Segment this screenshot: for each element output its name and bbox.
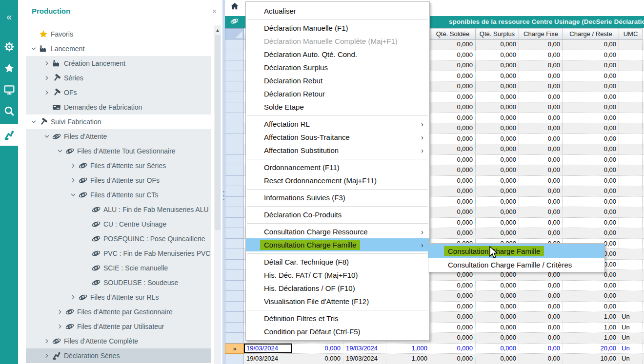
grid-cell[interactable]: 10,00 — [563, 354, 619, 364]
menu-item[interactable]: Déclaration Rebut — [246, 74, 429, 87]
grid-cell[interactable]: 0,000 — [430, 92, 476, 102]
menu-item[interactable]: Déclaration Co-Produits — [246, 208, 429, 221]
grid-cell[interactable]: 19/03/2024 — [343, 344, 386, 354]
grid-cell[interactable]: 0,000 — [476, 60, 519, 71]
current-row-marker[interactable]: » — [225, 344, 244, 354]
tree-item[interactable]: Files d'Attente Complète — [26, 334, 211, 348]
close-icon[interactable]: × — [212, 8, 217, 16]
menu-item[interactable]: Visualisation File d'Attente (F12) — [246, 295, 429, 308]
grid-cell[interactable]: 0,000 — [476, 333, 519, 343]
menu-item[interactable]: Ordonnancement (F11) — [246, 161, 429, 174]
row-header-cell[interactable] — [225, 228, 244, 239]
row-header-cell[interactable] — [225, 249, 244, 260]
tree-item[interactable]: Files d'Attente sur Séries — [26, 158, 211, 173]
grid-cell[interactable] — [619, 92, 643, 102]
row-header-cell[interactable] — [225, 323, 244, 333]
grid-cell[interactable]: 0,000 — [476, 113, 519, 123]
chevron-down-icon[interactable] — [41, 133, 52, 140]
grid-cell[interactable]: 0,000 — [476, 176, 519, 186]
select-all-cell[interactable] — [225, 28, 244, 39]
sidebar-monitor-icon[interactable] — [0, 79, 18, 100]
grid-cell[interactable]: 0,00 — [519, 134, 563, 144]
tab-home[interactable] — [225, 0, 244, 15]
grid-cell[interactable]: 0,00 — [519, 144, 563, 154]
row-header-cell[interactable] — [225, 102, 244, 113]
grid-cell[interactable]: 0,000 — [476, 155, 519, 165]
grid-cell[interactable]: 0,00 — [519, 113, 563, 123]
row-header-cell[interactable] — [225, 312, 244, 323]
grid-cell[interactable]: 0,00 — [519, 197, 563, 207]
grid-cell[interactable] — [619, 302, 643, 312]
row-header-cell[interactable] — [225, 291, 244, 302]
column-header-umc[interactable]: UMC — [619, 28, 643, 39]
menu-item[interactable]: Condition par Défaut (Ctrl-F5) — [246, 325, 429, 338]
grid-cell[interactable]: 0,000 — [476, 39, 519, 50]
menu-item[interactable]: His. Déc. FAT/ CT (Maj+F10) — [246, 268, 429, 282]
grid-cell[interactable]: 1,00 — [563, 312, 619, 322]
sidebar-search-icon[interactable] — [0, 100, 18, 122]
tree-item[interactable]: Files d'Attente sur OFs — [26, 173, 211, 188]
row-header-cell[interactable] — [225, 165, 244, 176]
grid-cell[interactable]: 0,00 — [519, 81, 563, 92]
grid-cell[interactable]: 0,00 — [563, 113, 619, 123]
grid-cell[interactable]: 1,000 — [386, 354, 430, 364]
chevron-right-icon[interactable] — [41, 59, 52, 67]
grid-cell[interactable]: 0,000 — [476, 50, 519, 60]
grid-cell[interactable]: 1,00 — [563, 333, 619, 343]
grid-cell[interactable]: 0,00 — [563, 176, 619, 186]
tree-scrollbar[interactable]: ▲ — [214, 25, 221, 364]
chevron-down-icon[interactable] — [55, 147, 65, 155]
tree-item[interactable]: Suivi Fabrication — [26, 115, 211, 129]
tree-item[interactable]: Création Lancement — [26, 56, 211, 71]
tree-item[interactable]: PVC : Fin de Fab Menuiseries PVC — [26, 246, 211, 261]
grid-cell[interactable]: 0,000 — [292, 344, 343, 354]
grid-cell[interactable] — [619, 123, 643, 134]
grid-cell[interactable]: 0,000 — [476, 102, 519, 113]
menu-item[interactable]: Affectation RL› — [246, 117, 429, 131]
row-header-cell[interactable] — [225, 239, 244, 249]
menu-item[interactable]: Affectation Sous-Traitance› — [246, 131, 429, 144]
grid-cell[interactable]: 0,00 — [519, 50, 563, 60]
row-header-cell[interactable] — [225, 207, 244, 218]
grid-cell[interactable]: 1,000 — [386, 344, 430, 354]
grid-cell[interactable]: 0,00 — [563, 186, 619, 196]
grid-cell[interactable]: 0,000 — [476, 165, 519, 175]
column-header-qt-surplus[interactable]: Qté. Surplus — [476, 28, 519, 39]
grid-cell[interactable]: 0,00 — [519, 60, 563, 71]
grid-cell[interactable]: 0,000 — [476, 81, 519, 92]
grid-cell[interactable]: 0,00 — [563, 50, 619, 60]
grid-cell[interactable]: 0,000 — [476, 323, 519, 333]
grid-cell[interactable]: 0,000 — [430, 291, 476, 301]
grid-cell[interactable]: 0,000 — [430, 323, 476, 333]
grid-cell[interactable]: 0,00 — [563, 302, 619, 312]
grid-cell[interactable] — [619, 165, 643, 175]
chevron-right-icon[interactable] — [68, 176, 79, 184]
grid-cell[interactable]: 0,00 — [519, 165, 563, 175]
grid-cell[interactable] — [619, 186, 643, 196]
grid-cell[interactable]: 0,000 — [430, 155, 476, 165]
grid-cell[interactable] — [619, 102, 643, 113]
tree-item[interactable]: Lancement — [26, 41, 211, 56]
grid-cell[interactable]: 0,000 — [292, 354, 343, 364]
row-header-cell[interactable] — [225, 270, 244, 281]
row-header-cell[interactable] — [225, 144, 244, 155]
grid-cell[interactable]: 0,000 — [430, 354, 476, 364]
grid-cell[interactable]: 0,000 — [476, 344, 519, 354]
submenu-item[interactable]: Consultation Charge Famille / Critères — [428, 258, 604, 271]
chevron-down-icon[interactable] — [28, 118, 39, 126]
chevron-right-icon[interactable] — [55, 323, 65, 330]
row-header-cell[interactable] — [225, 260, 244, 270]
grid-row[interactable]: 19/03/20240,00019/03/20241,0000,0000,000… — [244, 354, 644, 364]
grid-cell[interactable]: 0,000 — [476, 144, 519, 154]
grid-cell[interactable]: 0,00 — [519, 344, 563, 354]
tree-item[interactable]: POSEQUINC : Pose Quincaillerie — [26, 231, 211, 246]
grid-row-selected[interactable]: 19/03/20240,00019/03/20241,0000,0000,000… — [244, 344, 644, 354]
menu-item[interactable]: Reset Ordonnancement (Maj+F11) — [246, 174, 429, 187]
grid-cell[interactable]: Un — [619, 312, 643, 322]
tree-item[interactable]: Files d'Attente Tout Gestionnaire — [26, 144, 211, 158]
grid-cell[interactable]: 0,000 — [430, 333, 476, 343]
grid-cell[interactable]: 0,00 — [563, 39, 619, 50]
menu-item[interactable]: Définition Filtres et Tris — [246, 312, 429, 325]
grid-cell[interactable]: 0,00 — [563, 228, 619, 238]
row-header-cell[interactable] — [225, 197, 244, 208]
